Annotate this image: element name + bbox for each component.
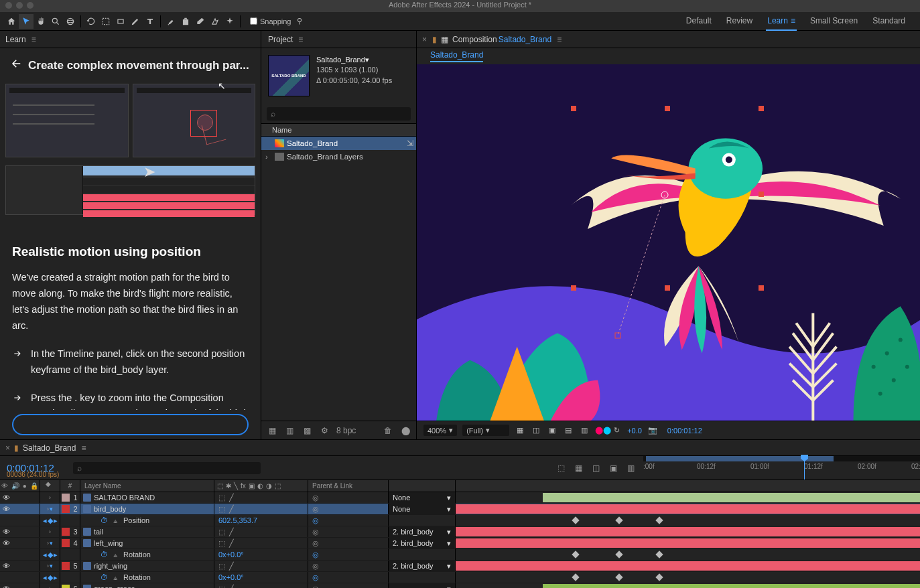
- snapping-checkbox[interactable]: [250, 17, 257, 25]
- layer-bar[interactable]: [456, 583, 920, 588]
- type-tool-icon[interactable]: [143, 14, 157, 29]
- layer-name-header[interactable]: Layer Name: [80, 480, 214, 492]
- project-column-name[interactable]: Name: [261, 123, 416, 137]
- grid-icon[interactable]: ▤: [563, 426, 574, 435]
- switch-normal-icon[interactable]: ⬚: [218, 539, 225, 548]
- interpret-footage-icon[interactable]: ▦: [267, 426, 277, 435]
- toggle-switch-icon[interactable]: ⬤: [400, 426, 411, 435]
- visibility-toggle[interactable]: 👁: [0, 585, 12, 588]
- timeline-layer-row[interactable]: 👁›▾2bird_body⬚╱◎None▾: [0, 504, 920, 515]
- snapping-magnet-icon[interactable]: ⚲: [297, 17, 302, 25]
- workspace-review[interactable]: Review: [725, 12, 754, 31]
- switch-normal-icon[interactable]: ⬚: [218, 585, 225, 589]
- timeline-property-row[interactable]: ◂◆▸⏱⟁Rotation0x+0.0°◎: [0, 572, 920, 583]
- twirl-icon[interactable]: ›: [49, 528, 51, 535]
- bpc-button[interactable]: 8 bpc: [336, 426, 356, 435]
- zoom-dropdown[interactable]: 400% ▾: [423, 425, 457, 436]
- pickwhip-icon[interactable]: ◎: [312, 573, 319, 582]
- learn-next-button[interactable]: [12, 414, 249, 435]
- pickwhip-icon[interactable]: ◎: [312, 528, 319, 536]
- composition-canvas[interactable]: [417, 64, 920, 421]
- graph-icon[interactable]: ⟁: [113, 573, 118, 581]
- workspace-standard[interactable]: Standard: [871, 12, 907, 31]
- back-arrow-icon[interactable]: [11, 58, 23, 73]
- timeline-layer-row[interactable]: 👁›3tail⬚╱◎2. bird_body▾: [0, 526, 920, 538]
- switch-normal-icon[interactable]: ⬚: [218, 528, 225, 536]
- layer-bar[interactable]: [456, 538, 920, 548]
- puppet-tool-icon[interactable]: [222, 14, 237, 29]
- project-comp-name[interactable]: Saltado_Brand: [316, 56, 365, 64]
- brush-tool-icon[interactable]: [163, 14, 178, 29]
- compview-time[interactable]: 0:00:01:12: [667, 427, 702, 435]
- layer-bar[interactable]: [456, 492, 920, 503]
- property-value[interactable]: 0x+0.0°: [218, 550, 244, 559]
- workspace-learn[interactable]: Learn≡: [766, 12, 797, 31]
- visibility-toggle[interactable]: 👁: [0, 494, 12, 502]
- window-traffic-lights[interactable]: [5, 2, 34, 9]
- roto-tool-icon[interactable]: [208, 14, 222, 29]
- twirl-icon[interactable]: ›: [47, 540, 49, 546]
- project-panel-menu-icon[interactable]: ≡: [298, 35, 303, 44]
- lock-icon[interactable]: ▮: [432, 35, 437, 44]
- parent-dropdown[interactable]: 2. bird_body▾: [389, 561, 456, 571]
- visibility-toggle[interactable]: 👁: [0, 562, 12, 570]
- parent-dropdown[interactable]: ▾: [389, 583, 456, 588]
- transparency-grid-icon[interactable]: ▦: [515, 426, 525, 435]
- project-comp-thumbnail[interactable]: SALTADO BRAND: [268, 55, 310, 96]
- keyframe-diamond[interactable]: [615, 573, 622, 581]
- layer-bar[interactable]: [456, 526, 920, 537]
- next-keyframe-icon[interactable]: ▸: [54, 573, 58, 582]
- project-search-input[interactable]: ⌕: [267, 107, 411, 121]
- prev-keyframe-icon[interactable]: ◂: [43, 573, 47, 582]
- graph-icon[interactable]: ⟁: [113, 550, 118, 559]
- region-icon[interactable]: ▣: [547, 426, 557, 435]
- add-keyframe-icon[interactable]: ◆: [48, 516, 53, 525]
- new-folder-icon[interactable]: ▥: [284, 426, 295, 435]
- switch-normal-icon[interactable]: ⬚: [218, 505, 225, 514]
- timeline-layer-row[interactable]: 👁›6green_grass⬚╱◎▾: [0, 583, 920, 588]
- hand-tool-icon[interactable]: [34, 14, 48, 29]
- graph-editor-icon[interactable]: ▣: [607, 463, 619, 473]
- stopwatch-icon[interactable]: ⏱: [101, 573, 108, 581]
- twirl-icon[interactable]: ›: [49, 494, 51, 501]
- next-keyframe-icon[interactable]: ▸: [54, 550, 58, 559]
- timeline-ruler[interactable]: :00f00:12f01:00f01:12f02:00f02:1: [643, 456, 920, 480]
- parent-dropdown[interactable]: None▾: [389, 504, 456, 514]
- keyframe-diamond[interactable]: [655, 573, 663, 581]
- graph-icon[interactable]: ⟁: [113, 516, 118, 524]
- switch-normal-icon[interactable]: ⬚: [218, 494, 225, 502]
- keyframe-diamond[interactable]: [572, 516, 579, 524]
- orbit-tool-icon[interactable]: [63, 14, 78, 29]
- twirl-icon[interactable]: ›: [49, 585, 51, 588]
- zoom-tool-icon[interactable]: [48, 14, 63, 29]
- parent-dropdown[interactable]: 2. bird_body▾: [389, 538, 456, 548]
- prev-keyframe-icon[interactable]: ◂: [43, 550, 47, 559]
- rotate-tool-icon[interactable]: [84, 14, 98, 29]
- keyframe-diamond[interactable]: [572, 550, 579, 558]
- add-keyframe-icon[interactable]: ◆: [48, 550, 53, 559]
- visibility-toggle[interactable]: 👁: [0, 528, 12, 536]
- timeline-tab[interactable]: × ▮ Saltado_Brand ≡: [0, 440, 920, 456]
- project-item-comp[interactable]: Saltado_Brand ⇲: [261, 137, 416, 150]
- keyframe-diamond[interactable]: [615, 516, 622, 524]
- learn-panel-tab[interactable]: Learn ≡: [0, 31, 261, 48]
- keyframe-diamond[interactable]: [615, 550, 622, 558]
- pickwhip-icon[interactable]: ◎: [312, 585, 319, 589]
- learn-panel-menu-icon[interactable]: ≡: [31, 35, 36, 44]
- next-keyframe-icon[interactable]: ▸: [54, 516, 58, 525]
- channel-icon[interactable]: ⬤⬤: [595, 426, 606, 435]
- snapshot-icon[interactable]: 📷: [647, 426, 658, 435]
- close-tab-icon[interactable]: ×: [422, 35, 427, 44]
- flowchart-icon[interactable]: ⇲: [407, 139, 413, 148]
- timeline-property-row[interactable]: ◂◆▸⏱⟁Rotation0x+0.0°◎: [0, 549, 920, 561]
- parent-dropdown[interactable]: 2. bird_body▾: [389, 526, 456, 537]
- property-value[interactable]: 0x+0.0°: [218, 573, 244, 581]
- switch-normal-icon[interactable]: ⬚: [218, 562, 225, 571]
- compview-tab[interactable]: × ▮ ▦ Composition Saltado_Brand ≡: [417, 31, 920, 48]
- project-panel-tab[interactable]: Project ≡: [261, 31, 416, 48]
- visibility-toggle[interactable]: 👁: [0, 539, 12, 547]
- trash-icon[interactable]: 🗑: [383, 426, 393, 435]
- pickwhip-icon[interactable]: ◎: [312, 494, 319, 502]
- layer-bar[interactable]: [456, 561, 920, 571]
- mask-icon[interactable]: ◫: [531, 426, 541, 435]
